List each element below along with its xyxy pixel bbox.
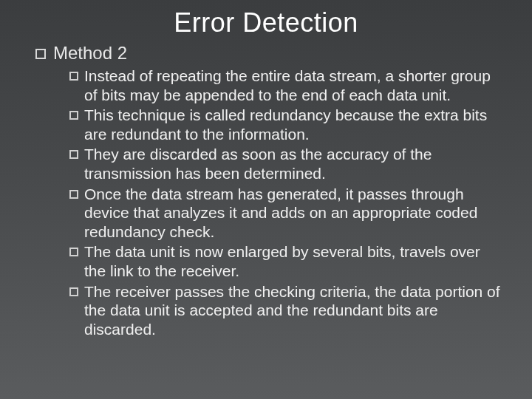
list-item-text: This technique is called redundancy beca…	[84, 106, 502, 143]
list-item-text: The data unit is now enlarged by several…	[84, 242, 502, 280]
square-bullet-icon	[35, 49, 46, 59]
list-item: Instead of repeating the entire data str…	[69, 66, 502, 104]
list-item-text: The receiver passes the checking criteri…	[84, 282, 502, 339]
square-bullet-icon	[69, 111, 78, 120]
square-bullet-icon	[69, 150, 78, 159]
heading-item: Method 2	[35, 43, 502, 64]
slide: Error Detection Method 2 Instead of repe…	[0, 0, 532, 399]
square-bullet-icon	[69, 287, 78, 296]
square-bullet-icon	[69, 190, 78, 199]
slide-title: Error Detection	[30, 7, 502, 38]
square-bullet-icon	[69, 72, 78, 81]
list-item: Once the data stream has generated, it p…	[69, 185, 502, 242]
list-item: They are discarded as soon as the accura…	[69, 145, 502, 183]
list-item: The receiver passes the checking criteri…	[69, 282, 502, 339]
list-item-text: Instead of repeating the entire data str…	[84, 66, 502, 104]
list-item: This technique is called redundancy beca…	[69, 106, 502, 143]
list-item-text: Once the data stream has generated, it p…	[84, 185, 502, 242]
heading-text: Method 2	[53, 43, 127, 64]
bullet-list: Instead of repeating the entire data str…	[69, 66, 502, 339]
list-item: The data unit is now enlarged by several…	[69, 242, 502, 280]
square-bullet-icon	[69, 248, 78, 256]
list-item-text: They are discarded as soon as the accura…	[84, 145, 502, 183]
